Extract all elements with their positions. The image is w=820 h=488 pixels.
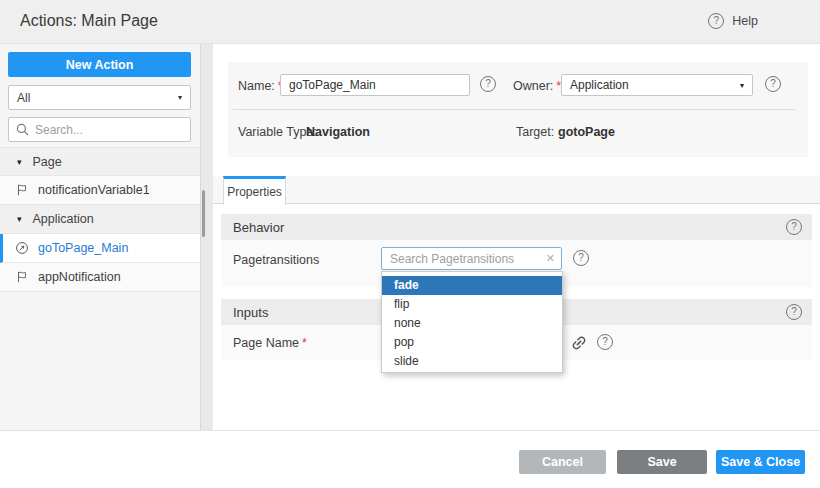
header: Actions: Main Page ? Help <box>0 0 820 44</box>
behavior-title: Behavior <box>233 220 284 235</box>
pagetransitions-search-input[interactable] <box>390 252 542 266</box>
save-button[interactable]: Save <box>617 450 707 474</box>
link-icon[interactable] <box>570 334 588 352</box>
pagetransitions-options-list: fade flip none pop slide <box>381 271 563 373</box>
tree-group-page[interactable]: ▾ Page <box>0 147 200 176</box>
page-name-label: Page Name* <box>233 336 307 350</box>
target-label: Target: <box>516 125 554 139</box>
inputs-title: Inputs <box>233 305 268 320</box>
search-input[interactable] <box>35 123 183 137</box>
help-button[interactable]: ? Help <box>708 13 758 29</box>
cancel-button[interactable]: Cancel <box>519 450 606 474</box>
save-and-close-button[interactable]: Save & Close <box>716 450 805 474</box>
tree-item-label: notificationVariable1 <box>38 183 150 197</box>
tree-item-label: appNotification <box>38 270 121 284</box>
help-label[interactable]: Help <box>732 14 758 28</box>
main-panel: Name:* ? Owner:* Application ▾ ? Variabl… <box>213 44 820 430</box>
option-flip[interactable]: flip <box>382 295 562 314</box>
sidebar-gutter <box>200 44 213 430</box>
variable-type-value: Navigation <box>306 125 370 139</box>
chevron-down-icon: ▾ <box>740 81 744 90</box>
name-label: Name:* <box>238 79 283 93</box>
collapse-icon[interactable]: ▾ <box>17 157 22 167</box>
pagetransitions-help-icon[interactable]: ? <box>573 250 589 266</box>
tree-group-label: Application <box>33 212 94 226</box>
action-summary-card: Name:* ? Owner:* Application ▾ ? Variabl… <box>228 62 808 157</box>
owner-help-icon[interactable]: ? <box>765 76 781 92</box>
required-marker: * <box>302 336 307 350</box>
pagetransitions-search[interactable]: ✕ <box>381 247 562 270</box>
target-value: gotoPage <box>558 125 615 139</box>
notification-icon <box>15 183 29 197</box>
collapse-icon[interactable]: ▾ <box>17 214 22 224</box>
chevron-down-icon: ▾ <box>178 93 182 102</box>
tab-properties[interactable]: Properties <box>223 176 286 205</box>
scrollbar-thumb[interactable] <box>202 190 205 237</box>
page-name-help-icon[interactable]: ? <box>597 334 613 350</box>
variable-type-label: Variable Type: <box>238 125 317 139</box>
option-pop[interactable]: pop <box>382 333 562 352</box>
tab-strip <box>213 176 820 204</box>
tree-group-label: Page <box>33 155 62 169</box>
filter-dropdown[interactable]: All ▾ <box>8 85 191 110</box>
inputs-section-help-icon[interactable]: ? <box>786 304 802 320</box>
page-title: Actions: Main Page <box>20 12 158 30</box>
footer: Cancel Save Save & Close <box>0 430 820 488</box>
clear-icon[interactable]: ✕ <box>546 252 555 265</box>
owner-label: Owner:* <box>513 79 561 93</box>
navigation-icon <box>15 241 29 255</box>
option-fade[interactable]: fade <box>382 276 562 295</box>
action-tree: ▾ Page notificationVariable1 ▾ Applicati… <box>0 147 200 292</box>
search-icon <box>16 123 29 136</box>
new-action-button[interactable]: New Action <box>8 52 191 77</box>
divider <box>233 109 795 110</box>
help-icon[interactable]: ? <box>708 13 724 29</box>
behavior-section-help-icon[interactable]: ? <box>786 219 802 235</box>
actions-dialog: Actions: Main Page ? Help New Action All… <box>0 0 820 488</box>
sidebar-search[interactable] <box>8 117 191 142</box>
tree-item-appnotification[interactable]: appNotification <box>0 263 200 292</box>
name-field[interactable] <box>280 74 470 96</box>
tree-item-notificationvariable1[interactable]: notificationVariable1 <box>0 176 200 205</box>
tree-group-application[interactable]: ▾ Application <box>0 205 200 234</box>
pagetransitions-label: Pagetransitions <box>233 253 319 267</box>
filter-value: All <box>17 91 30 105</box>
option-none[interactable]: none <box>382 314 562 333</box>
option-slide[interactable]: slide <box>382 352 562 371</box>
owner-value: Application <box>570 78 629 92</box>
notification-icon <box>15 270 29 284</box>
tree-item-label: goToPage_Main <box>38 241 128 255</box>
name-help-icon[interactable]: ? <box>480 76 496 92</box>
tree-item-gotopage-main[interactable]: goToPage_Main <box>0 234 200 263</box>
sidebar: New Action All ▾ ▾ Page <box>0 44 200 430</box>
owner-dropdown[interactable]: Application ▾ <box>561 74 753 96</box>
behavior-section-header: Behavior ? <box>221 214 812 240</box>
